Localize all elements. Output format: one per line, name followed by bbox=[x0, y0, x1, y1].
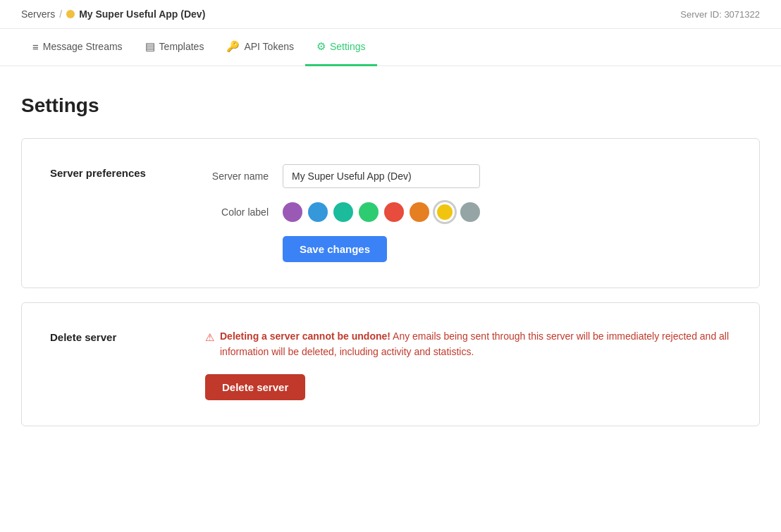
delete-server-section: ⚠ Deleting a server cannot be undone! An… bbox=[205, 328, 731, 400]
color-blue[interactable] bbox=[308, 202, 328, 222]
tab-settings-label: Settings bbox=[330, 41, 366, 52]
color-options bbox=[283, 202, 480, 222]
top-bar: Servers / My Super Useful App (Dev) Serv… bbox=[0, 0, 781, 29]
warning-box: ⚠ Deleting a server cannot be undone! An… bbox=[205, 328, 731, 360]
server-name-breadcrumb: My Super Useful App (Dev) bbox=[79, 8, 205, 20]
warning-bold-text: Deleting a server cannot be undone! bbox=[220, 330, 390, 342]
color-teal[interactable] bbox=[333, 202, 353, 222]
color-purple[interactable] bbox=[283, 202, 302, 222]
color-green[interactable] bbox=[359, 202, 379, 222]
tab-message-streams-label: Message Streams bbox=[43, 41, 123, 52]
tab-api-tokens-label: API Tokens bbox=[244, 41, 294, 52]
breadcrumb-current: My Super Useful App (Dev) bbox=[66, 8, 205, 20]
color-gray[interactable] bbox=[460, 202, 480, 222]
server-preferences-title: Server preferences bbox=[50, 164, 163, 179]
color-label-label: Color label bbox=[205, 206, 269, 218]
page-title: Settings bbox=[21, 94, 760, 117]
server-preferences-form: Server name Color label bbox=[205, 164, 731, 262]
tab-api-tokens[interactable]: 🔑 API Tokens bbox=[215, 29, 305, 66]
breadcrumb-separator: / bbox=[59, 8, 62, 20]
tab-templates[interactable]: ▤ Templates bbox=[134, 29, 216, 66]
server-name-row: Server name bbox=[205, 164, 731, 188]
server-status-dot bbox=[66, 10, 75, 18]
api-tokens-icon: 🔑 bbox=[226, 40, 240, 53]
server-preferences-card: Server preferences Server name Color lab… bbox=[21, 138, 760, 288]
color-label-row: Color label bbox=[205, 202, 731, 222]
settings-icon: ⚙ bbox=[316, 40, 326, 53]
message-streams-icon: ≡ bbox=[32, 41, 39, 53]
server-name-label: Server name bbox=[205, 171, 269, 182]
tab-message-streams[interactable]: ≡ Message Streams bbox=[21, 30, 134, 66]
color-yellow[interactable] bbox=[435, 202, 455, 222]
tab-templates-label: Templates bbox=[159, 41, 204, 52]
delete-server-body: Delete server ⚠ Deleting a server cannot… bbox=[22, 303, 759, 426]
nav-tabs: ≡ Message Streams ▤ Templates 🔑 API Toke… bbox=[0, 29, 781, 66]
warning-icon: ⚠ bbox=[205, 329, 214, 346]
delete-server-button[interactable]: Delete server bbox=[205, 374, 305, 400]
warning-text: Deleting a server cannot be undone! Any … bbox=[220, 328, 731, 360]
server-id: Server ID: 3071322 bbox=[680, 9, 760, 20]
main-content: Settings Server preferences Server name … bbox=[0, 66, 781, 469]
templates-icon: ▤ bbox=[145, 40, 155, 53]
delete-server-card: Delete server ⚠ Deleting a server cannot… bbox=[21, 302, 760, 426]
delete-server-title: Delete server bbox=[50, 328, 163, 343]
breadcrumb: Servers / My Super Useful App (Dev) bbox=[21, 8, 205, 20]
color-orange[interactable] bbox=[410, 202, 429, 222]
save-changes-button[interactable]: Save changes bbox=[283, 236, 387, 262]
tab-settings[interactable]: ⚙ Settings bbox=[305, 29, 377, 66]
color-red[interactable] bbox=[384, 202, 404, 222]
warning-header: ⚠ Deleting a server cannot be undone! An… bbox=[205, 328, 731, 360]
breadcrumb-servers[interactable]: Servers bbox=[21, 8, 55, 20]
server-preferences-body: Server preferences Server name Color lab… bbox=[22, 139, 759, 287]
server-name-input[interactable] bbox=[283, 164, 480, 188]
